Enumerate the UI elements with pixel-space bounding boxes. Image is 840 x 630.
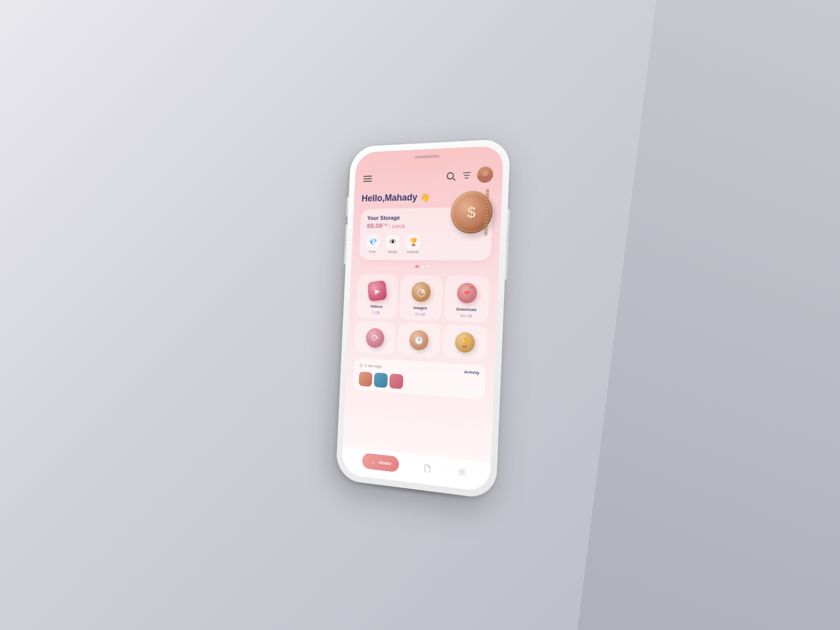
watermark: point of elmaker.com [793,619,832,624]
coin-dollar: $ [467,203,476,222]
download-size: 101 GB [460,314,472,318]
dot-3[interactable] [427,265,429,268]
download-icon [455,281,479,305]
media-label: Media [387,250,397,254]
storage-info: Your Storage 89.09GB / 128GB [367,214,406,229]
category-grid: Videos 2 GB Images 23 GB [356,274,490,323]
storage-item-free[interactable]: 💎 Free [365,235,380,254]
files-icon [422,462,433,474]
images-label: Images [413,306,427,311]
activity-time: 1 min Ago [360,363,382,369]
thumb-3[interactable] [389,374,403,390]
category-images[interactable]: Images 23 GB [399,275,443,321]
avatar[interactable] [477,166,493,183]
home-icon: ⌂ [370,458,376,466]
free-label: Free [369,250,376,254]
greeting: Hello,Mahady 👋 [361,190,494,204]
dots-indicator [359,265,490,269]
dot-2[interactable] [422,265,424,268]
storage-card: Your Storage 89.09GB / 128GB [359,207,492,261]
activity-card: 1 min Ago Activity [353,358,486,400]
nav-settings[interactable] [456,466,467,478]
icon-pink-folder: ⟳ [364,326,386,350]
internal-label: Internal [407,250,418,254]
icon-clock: 🕐 [407,328,430,352]
storage-label: Your Storage [367,214,405,221]
phone-wrapper: Hello,Mahady 👋 Your Storage 89.09GB / [335,139,510,500]
storage-item-internal[interactable]: 🏆 Internal [406,235,421,254]
thumb-1[interactable] [359,372,372,387]
category-download[interactable]: Download 101 GB [444,276,490,323]
thumb-2[interactable] [374,373,388,388]
svg-line-0 [463,173,470,173]
search-icon[interactable] [444,170,457,183]
home-label: Home [379,460,392,467]
activity-thumbs [359,372,479,395]
videos-size: 2 GB [372,311,380,314]
activity-dot [360,363,363,366]
filter-icon[interactable] [463,172,471,180]
free-icon: 💎 [366,235,380,249]
category-videos[interactable]: Videos 2 GB [356,274,398,319]
hamburger-icon[interactable] [363,175,372,182]
media-icon: 👁 [386,235,400,249]
internal-icon: 🏆 [406,235,421,249]
storage-item-media[interactable]: 👁 Media [385,235,400,254]
notch [397,148,458,165]
activity-label: Activity [464,370,479,375]
coin-3d-illustration: $ [449,191,499,239]
images-icon [410,280,433,304]
app-scene: Hello,Mahady 👋 Your Storage 89.09GB / [336,142,504,488]
phone-screen: Hello,Mahady 👋 Your Storage 89.09GB / [341,145,504,492]
header-right [444,166,493,184]
storage-icons: 💎 Free 👁 Media 🏆 Internal [365,234,484,254]
coin-body: $ [450,191,494,234]
nav-files[interactable] [422,462,433,474]
videos-label: Videos [370,304,383,309]
activity-time-text: 1 min Ago [364,363,382,369]
header [362,166,495,186]
speaker [415,155,440,159]
category-section: Videos 2 GB Images 23 GB [354,274,490,360]
settings-icon [456,466,467,478]
dot-1[interactable] [415,265,419,268]
storage-total: 128GB [391,224,405,229]
category-grid-row2: ⟳ 🕐 🏆 [354,321,488,360]
category-item-r2-3[interactable]: 🏆 [443,324,488,360]
storage-used-unit: GB [382,223,388,227]
category-item-r2-1[interactable]: ⟳ [354,321,396,354]
wave-emoji: 👋 [420,192,430,202]
images-size: 23 GB [415,312,425,317]
storage-used: 89.09 [367,222,383,230]
svg-point-3 [460,470,463,474]
storage-values: 89.09GB / 128GB [367,222,405,229]
category-item-r2-2[interactable]: 🕐 [397,322,441,357]
nav-home-button[interactable]: ⌂ Home [362,453,400,472]
greeting-text: Hello,Mahady [361,192,417,204]
screen-content: Hello,Mahady 👋 Your Storage 89.09GB / [341,145,504,492]
phone-shell: Hello,Mahady 👋 Your Storage 89.09GB / [335,139,510,500]
videos-icon [366,279,388,302]
download-label: Download [456,307,476,312]
icon-trophy: 🏆 [453,330,477,355]
